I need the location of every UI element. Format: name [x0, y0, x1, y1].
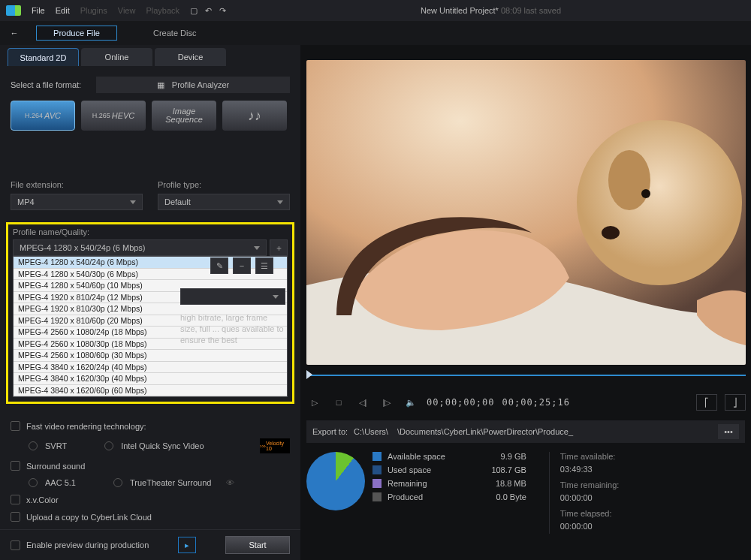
select-format-label: Select a file format: [11, 80, 81, 89]
format-audio[interactable]: ♪♪ [222, 101, 287, 131]
export-path-row: Export to: C:\Users\\Documents\CyberLink… [306, 420, 745, 443]
export-path[interactable]: C:\Users\\Documents\CyberLink\PowerDirec… [354, 427, 712, 436]
stop-button[interactable]: □ [330, 394, 347, 411]
velocity-badge: ›››Velocity 10 [260, 438, 290, 453]
render-options: Fast video rendering technology: SVRT In… [0, 414, 300, 529]
menu-view[interactable]: View [118, 6, 136, 15]
menu-edit[interactable]: Edit [56, 6, 70, 15]
project-title: New Untitled Project* 08:09 last saved [237, 6, 745, 15]
time-value: 00:00:00 [560, 522, 619, 531]
speaker-icon: 🔈 [406, 398, 416, 408]
description-text: high bitrate, large frame size, full ...… [180, 313, 284, 345]
quality-add-button[interactable]: ＋ [270, 239, 288, 256]
create-disc-link[interactable]: Create Disc [153, 29, 196, 38]
time-value: 00:00:00 [560, 493, 619, 502]
app-logo-icon [6, 5, 21, 16]
chevron-down-icon [130, 200, 136, 204]
quality-select[interactable]: MPEG-4 1280 x 540/24p (6 Mbps) [13, 239, 267, 256]
save-icon[interactable]: ▢ [190, 6, 198, 16]
quicksync-label: Intel Quick Sync Video [121, 441, 204, 450]
quality-option[interactable]: MPEG-4 3840 x 1620/30p (40 Mbps) [14, 373, 287, 385]
enable-preview-checkbox[interactable] [11, 540, 20, 550]
browse-button[interactable]: ••• [718, 424, 739, 439]
legend-swatch [372, 492, 382, 501]
undo-icon[interactable]: ↶ [205, 6, 212, 16]
mark-out-button[interactable]: ⎦ [725, 394, 746, 411]
svrt-label: SVRT [45, 441, 67, 450]
play-button[interactable]: ▷ [306, 394, 323, 411]
preview-panel: ▷ □ ◁| |▷ 🔈 00;00;00;00 00;00;25;16 ⎡ ⎦ … [300, 45, 751, 560]
quality-option[interactable]: MPEG-4 3840 x 1620/24p (40 Mbps) [14, 362, 287, 374]
svg-point-2 [608, 150, 650, 210]
timeline[interactable] [306, 366, 746, 384]
redo-icon[interactable]: ↷ [219, 6, 226, 16]
tab-standard-2d[interactable]: Standard 2D [8, 48, 79, 66]
file-extension-label: File extension: [11, 180, 143, 189]
svrt-radio[interactable] [29, 441, 38, 450]
aac51-radio[interactable] [29, 478, 38, 487]
music-note-icon: ♪♪ [248, 108, 261, 124]
legend-label: Produced [388, 492, 423, 501]
export-to-label: Export to: [312, 427, 348, 436]
chevron-down-icon [254, 246, 260, 250]
quality-edit-button[interactable]: ✎ [210, 257, 228, 274]
legend-label: Available space [388, 452, 445, 461]
legend-value: 9.9 GB [468, 452, 526, 461]
legend-label: Remaining [388, 479, 427, 488]
surround-label: Surround sound [26, 462, 85, 471]
output-tabs: Standard 2D Online Device [0, 48, 300, 68]
format-image-sequence[interactable]: ImageSequence [152, 101, 216, 131]
legend-swatch [372, 452, 382, 461]
legend-row: Produced [372, 492, 445, 501]
quality-label: Profile name/Quality: [13, 227, 288, 236]
profile-type-select[interactable]: Default [158, 194, 290, 210]
legend-label: Used space [388, 465, 431, 474]
menu-playback[interactable]: Playback [146, 6, 179, 15]
menubar: File Edit Plugins View Playback ▢ ↶ ↷ Ne… [0, 0, 751, 21]
format-h265-hevc[interactable]: H.265HEVC [81, 101, 146, 131]
next-frame-button[interactable]: |▷ [379, 394, 395, 411]
menu-file[interactable]: File [32, 6, 45, 15]
preview-monitor-icon: ▸ [178, 537, 196, 553]
preview-player[interactable] [306, 60, 746, 365]
cloud-upload-checkbox[interactable] [11, 512, 20, 522]
prev-frame-button[interactable]: ◁| [354, 394, 371, 411]
surround-checkbox[interactable] [11, 461, 20, 471]
eye-icon: 👁 [226, 478, 234, 487]
xvcolor-checkbox[interactable] [11, 495, 20, 504]
produce-file-button[interactable]: Produce File [36, 26, 117, 41]
start-button[interactable]: Start [225, 536, 290, 554]
description-select[interactable] [180, 288, 285, 305]
disk-stats: Available spaceUsed spaceRemainingProduc… [306, 452, 745, 534]
tab-online[interactable]: Online [81, 48, 152, 66]
file-extension-select[interactable]: MP4 [11, 194, 143, 210]
back-button[interactable]: ← [6, 25, 23, 41]
time-label: Time available: [560, 452, 619, 461]
profile-analyzer-button[interactable]: ▦Profile Analyzer [96, 77, 290, 93]
timecode-total: 00;00;25;16 [502, 397, 569, 408]
quality-details-button[interactable]: ☰ [255, 257, 273, 274]
time-value: 03:49:33 [560, 465, 619, 474]
timecode-current: 00;00;00;00 [427, 397, 494, 408]
tab-device[interactable]: Device [155, 48, 226, 66]
preview-frame-image [306, 60, 746, 365]
fast-render-label: Fast video rendering technology: [26, 422, 146, 431]
truetheater-radio[interactable] [113, 478, 122, 487]
profile-type-label: Profile type: [158, 180, 290, 189]
menu-plugins[interactable]: Plugins [80, 6, 107, 15]
quicksync-radio[interactable] [104, 441, 113, 450]
cloud-upload-label: Upload a copy to CyberLink Cloud [26, 513, 152, 522]
quality-option[interactable]: MPEG-4 2560 x 1080/60p (30 Mbps) [14, 350, 287, 362]
volume-button[interactable]: 🔈 [403, 394, 419, 411]
transport-controls: ▷ □ ◁| |▷ 🔈 00;00;00;00 00;00;25;16 ⎡ ⎦ [306, 389, 746, 416]
format-h264-avc[interactable]: H.264AVC [11, 101, 75, 131]
playhead-icon[interactable] [306, 370, 312, 379]
disk-pie-chart [306, 452, 365, 510]
disk-values: 9.9 GB108.7 GB18.8 MB0.0 Byte [468, 452, 526, 534]
enable-preview-label: Enable preview during production [26, 540, 149, 549]
quality-remove-button[interactable]: − [233, 257, 251, 274]
truetheater-label: TrueTheater Surround [130, 478, 211, 487]
quality-option[interactable]: MPEG-4 3840 x 1620/60p (60 Mbps) [14, 385, 287, 397]
fast-render-checkbox[interactable] [11, 421, 20, 431]
mark-in-button[interactable]: ⎡ [696, 394, 717, 411]
